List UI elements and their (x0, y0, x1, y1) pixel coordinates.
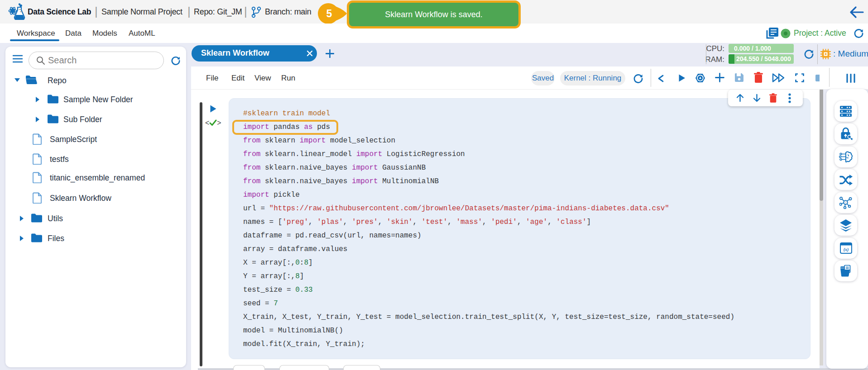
svg-text:(x): (x) (844, 247, 849, 252)
svg-text:5: 5 (326, 8, 332, 19)
